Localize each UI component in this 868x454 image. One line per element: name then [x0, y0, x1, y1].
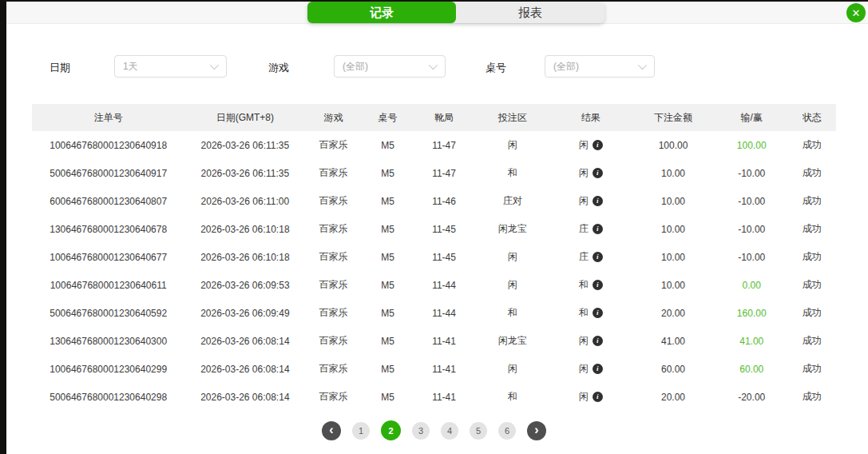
- cell-game: 百家乐: [305, 362, 361, 376]
- cell-table-no: M5: [362, 252, 414, 263]
- cell-amount: 100.00: [631, 140, 715, 151]
- cell-bet-id: 1306467680001230640300: [32, 336, 184, 347]
- info-icon[interactable]: i: [593, 280, 603, 290]
- cell-status: 成功: [788, 138, 836, 152]
- result-text: 庄: [579, 250, 589, 264]
- info-icon[interactable]: i: [593, 392, 603, 402]
- pagination-page-6[interactable]: 6: [498, 422, 516, 440]
- filter-date-value: 1天: [123, 60, 138, 74]
- cell-win-loss: 0.00: [715, 280, 788, 291]
- filter-table-value: (全部): [553, 60, 579, 74]
- cell-result: 闲 i: [550, 166, 631, 180]
- table-row: 5006467680001230640592 2026-03-26 06:09:…: [32, 299, 836, 327]
- cell-bet-area: 和: [474, 390, 551, 404]
- cell-date: 2026-03-26 06:09:49: [184, 308, 305, 319]
- cell-bet-id: 1006467680001230640677: [32, 252, 184, 263]
- cell-bet-id: 5006467680001230640592: [32, 308, 184, 319]
- cell-status: 成功: [788, 306, 836, 320]
- cell-amount: 20.00: [631, 308, 715, 319]
- cell-shoe: 11-47: [414, 140, 474, 151]
- cell-amount: 60.00: [631, 364, 715, 375]
- chevron-left-icon: ‹: [329, 423, 333, 437]
- cell-win-loss: 160.00: [715, 308, 788, 319]
- cell-date: 2026-03-26 06:11:35: [184, 168, 305, 179]
- table-row: 5006467680001230640917 2026-03-26 06:11:…: [32, 159, 836, 187]
- cell-result: 和 i: [550, 306, 631, 320]
- info-icon[interactable]: i: [593, 336, 603, 346]
- cell-result: 闲 i: [550, 334, 631, 348]
- info-icon[interactable]: i: [593, 168, 603, 178]
- header-table-no: 桌号: [362, 111, 414, 125]
- result-text: 闲: [579, 390, 589, 404]
- info-icon[interactable]: i: [593, 224, 603, 234]
- cell-bet-id: 1306467680001230640678: [32, 224, 184, 235]
- pagination-page-5[interactable]: 5: [470, 422, 487, 440]
- cell-win-loss: 100.00: [715, 140, 788, 151]
- pagination-page-1[interactable]: 1: [352, 422, 370, 440]
- cell-shoe: 11-44: [414, 308, 474, 319]
- cell-game: 百家乐: [305, 222, 361, 236]
- cell-shoe: 11-46: [414, 196, 474, 207]
- cell-table-no: M5: [362, 280, 414, 291]
- result-text: 闲: [579, 334, 589, 348]
- table-row: 1306467680001230640678 2026-03-26 06:10:…: [32, 215, 836, 243]
- cell-shoe: 11-41: [414, 392, 474, 403]
- pagination-next[interactable]: ›: [527, 421, 546, 440]
- result-text: 闲: [579, 138, 589, 152]
- cell-table-no: M5: [362, 140, 414, 151]
- table-body: 1006467680001230640918 2026-03-26 06:11:…: [32, 131, 836, 411]
- cell-bet-area: 和: [474, 166, 551, 180]
- cell-amount: 10.00: [631, 224, 715, 235]
- cell-date: 2026-03-26 06:11:00: [184, 196, 305, 207]
- info-icon[interactable]: i: [593, 196, 603, 206]
- tab-records[interactable]: 记录: [307, 2, 456, 23]
- page-left-edge: [0, 0, 6, 454]
- pagination-page-2[interactable]: 2: [381, 420, 401, 440]
- pagination-page-4[interactable]: 4: [441, 422, 458, 440]
- cell-table-no: M5: [362, 196, 414, 207]
- close-button[interactable]: ✕: [846, 3, 866, 22]
- filter-table-select[interactable]: (全部): [545, 55, 655, 78]
- header-game: 游戏: [305, 111, 361, 125]
- chevron-down-icon: [429, 61, 438, 70]
- cell-status: 成功: [788, 194, 836, 208]
- cell-result: 庄 i: [550, 222, 631, 236]
- pagination-page-3[interactable]: 3: [412, 422, 430, 440]
- cell-bet-area: 闲: [474, 362, 551, 376]
- info-icon[interactable]: i: [593, 364, 603, 374]
- pagination-prev[interactable]: ‹: [322, 421, 341, 440]
- cell-status: 成功: [788, 166, 836, 180]
- header-amount: 下注金额: [631, 111, 715, 125]
- cell-bet-id: 5006467680001230640917: [32, 168, 184, 179]
- cell-date: 2026-03-26 06:08:14: [184, 364, 305, 375]
- info-icon[interactable]: i: [593, 308, 603, 318]
- cell-game: 百家乐: [305, 194, 361, 208]
- info-icon[interactable]: i: [593, 252, 603, 262]
- cell-table-no: M5: [362, 168, 414, 179]
- chevron-down-icon: [210, 61, 219, 70]
- cell-win-loss: 41.00: [715, 336, 788, 347]
- cell-amount: 10.00: [631, 280, 715, 291]
- filter-game-select[interactable]: (全部): [334, 55, 446, 78]
- cell-game: 百家乐: [305, 138, 361, 152]
- header-status: 状态: [788, 111, 836, 125]
- header-shoe: 靴局: [414, 111, 474, 125]
- cell-status: 成功: [788, 222, 836, 236]
- cell-result: 闲 i: [550, 194, 631, 208]
- header-result: 结果: [550, 111, 631, 125]
- cell-date: 2026-03-26 06:10:18: [184, 252, 305, 263]
- cell-game: 百家乐: [305, 250, 361, 264]
- cell-result: 闲 i: [550, 390, 631, 404]
- filter-date-select[interactable]: 1天: [114, 55, 227, 78]
- table-row: 1306467680001230640300 2026-03-26 06:08:…: [32, 327, 836, 355]
- filter-table-label: 桌号: [486, 61, 506, 75]
- cell-amount: 10.00: [631, 252, 715, 263]
- tab-reports[interactable]: 报表: [456, 2, 604, 23]
- cell-bet-area: 和: [474, 306, 551, 320]
- cell-date: 2026-03-26 06:08:14: [184, 392, 305, 403]
- info-icon[interactable]: i: [593, 140, 603, 150]
- bet-records-table: 注单号 日期(GMT+8) 游戏 桌号 靴局 投注区 结果 下注金额 输/赢 状…: [32, 104, 836, 411]
- table-row: 1006467680001230640918 2026-03-26 06:11:…: [32, 131, 836, 159]
- cell-status: 成功: [788, 390, 836, 404]
- cell-date: 2026-03-26 06:11:35: [184, 140, 305, 151]
